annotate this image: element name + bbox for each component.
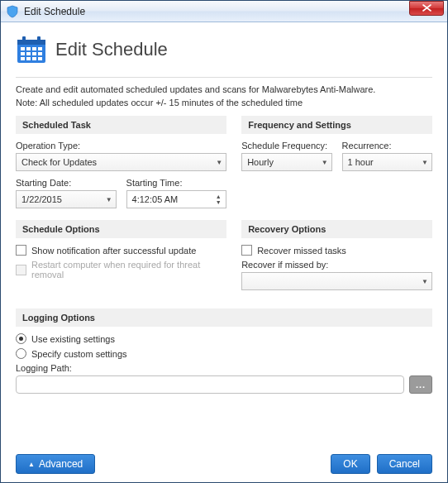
use-existing-radio[interactable]: Use existing settings: [16, 333, 432, 344]
recurrence-label: Recurrence:: [342, 141, 432, 151]
footer: ▲ Advanced OK Cancel: [16, 446, 432, 474]
advanced-button[interactable]: ▲ Advanced: [16, 454, 95, 474]
svg-rect-2: [22, 36, 26, 43]
cancel-button[interactable]: Cancel: [377, 454, 432, 474]
svg-rect-5: [26, 47, 31, 50]
specify-custom-label: Specify custom settings: [31, 349, 127, 359]
use-existing-label: Use existing settings: [31, 334, 115, 344]
show-notification-checkbox[interactable]: Show notification after successful updat…: [16, 245, 226, 256]
svg-rect-13: [26, 57, 31, 60]
show-notification-label: Show notification after successful updat…: [31, 246, 196, 256]
middle-columns: Schedule Options Show notification after…: [16, 220, 432, 290]
svg-rect-14: [32, 57, 36, 60]
advanced-label: Advanced: [39, 458, 83, 470]
radio-icon: [16, 333, 26, 344]
recover-if-missed-combo[interactable]: ▼: [241, 272, 432, 290]
chevron-down-icon: ▼: [106, 196, 112, 203]
svg-rect-1: [17, 40, 45, 45]
schedule-options-col: Schedule Options Show notification after…: [16, 220, 226, 290]
logging-path-input[interactable]: [16, 375, 404, 394]
starting-time-value: 4:12:05 AM: [132, 194, 213, 204]
svg-rect-15: [38, 57, 42, 60]
ellipsis-icon: ...: [416, 380, 426, 390]
schedule-frequency-value: Hourly: [247, 157, 318, 167]
page-title: Edit Schedule: [55, 39, 168, 60]
svg-rect-6: [32, 47, 36, 50]
spinner-arrows-icon: ▲▼: [212, 194, 224, 205]
restart-computer-checkbox: Restart computer when required for threa…: [16, 260, 226, 280]
svg-rect-4: [21, 47, 25, 50]
close-icon: [422, 3, 431, 13]
svg-rect-8: [21, 52, 25, 55]
ok-label: OK: [343, 458, 357, 470]
content-area: Edit Schedule Create and edit automated …: [1, 22, 447, 482]
svg-rect-9: [26, 52, 31, 55]
section-scheduled-task: Scheduled Task: [16, 116, 226, 134]
section-schedule-options: Schedule Options: [16, 220, 226, 238]
logging-path-label: Logging Path:: [16, 363, 432, 373]
svg-rect-12: [21, 57, 25, 60]
restart-computer-label: Restart computer when required for threa…: [31, 260, 226, 280]
radio-icon: [16, 348, 26, 359]
chevron-down-icon: ▼: [422, 159, 428, 166]
starting-time-spinner[interactable]: 4:12:05 AM ▲▼: [126, 190, 227, 208]
recurrence-combo[interactable]: 1 hour ▼: [342, 153, 432, 171]
specify-custom-radio[interactable]: Specify custom settings: [16, 348, 432, 359]
checkbox-icon: [16, 265, 26, 275]
starting-time-label: Starting Time:: [126, 178, 227, 188]
operation-type-combo[interactable]: Check for Updates ▼: [16, 153, 226, 171]
titlebar: Edit Schedule: [1, 1, 447, 22]
recover-missed-checkbox[interactable]: Recover missed tasks: [241, 245, 432, 256]
upper-columns: Scheduled Task Operation Type: Check for…: [16, 116, 432, 208]
schedule-frequency-label: Schedule Frequency:: [241, 141, 331, 151]
recover-if-missed-label: Recover if missed by:: [241, 260, 432, 270]
dialog-window: Edit Schedule: [0, 0, 448, 483]
chevron-down-icon: ▼: [322, 159, 328, 166]
left-column: Scheduled Task Operation Type: Check for…: [16, 116, 226, 208]
svg-rect-3: [37, 36, 41, 43]
divider: [16, 77, 432, 78]
section-logging-options: Logging Options: [16, 308, 432, 327]
starting-date-value: 1/22/2015: [21, 194, 102, 204]
checkbox-icon: [16, 245, 26, 256]
section-frequency: Frequency and Settings: [241, 116, 432, 134]
chevron-down-icon: ▼: [216, 159, 222, 166]
recover-missed-label: Recover missed tasks: [257, 246, 346, 256]
intro-text: Create and edit automated scheduled upda…: [16, 84, 432, 94]
operation-type-value: Check for Updates: [21, 157, 212, 167]
page-header: Edit Schedule: [16, 31, 432, 72]
window-title: Edit Schedule: [24, 6, 85, 17]
checkbox-icon: [241, 245, 252, 256]
chevron-down-icon: ▼: [422, 278, 428, 285]
svg-rect-7: [38, 47, 42, 50]
cancel-label: Cancel: [389, 458, 420, 470]
recovery-options-col: Recovery Options Recover missed tasks Re…: [241, 220, 432, 290]
svg-rect-10: [32, 52, 36, 55]
right-column: Frequency and Settings Schedule Frequenc…: [241, 116, 432, 208]
starting-date-label: Starting Date:: [16, 178, 117, 188]
ok-button[interactable]: OK: [331, 454, 369, 474]
starting-date-picker[interactable]: 1/22/2015 ▼: [16, 190, 117, 208]
app-icon: [6, 5, 19, 18]
caret-up-icon: ▲: [28, 461, 35, 468]
browse-button[interactable]: ...: [409, 375, 432, 394]
close-button[interactable]: [409, 1, 444, 16]
section-recovery-options: Recovery Options: [241, 220, 432, 238]
calendar-icon: [16, 34, 47, 65]
schedule-frequency-combo[interactable]: Hourly ▼: [241, 153, 331, 171]
logging-section: Logging Options Use existing settings Sp…: [16, 308, 432, 394]
svg-rect-11: [38, 52, 42, 55]
recurrence-value: 1 hour: [348, 157, 419, 167]
operation-type-label: Operation Type:: [16, 141, 226, 151]
note-text: Note: All scheduled updates occur +/- 15…: [16, 98, 432, 108]
